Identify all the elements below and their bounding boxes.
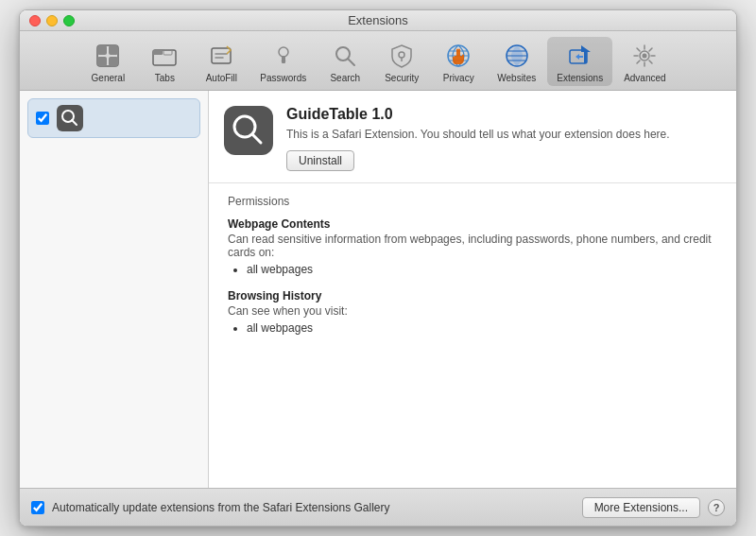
svg-line-14 [348,59,354,65]
advanced-icon [629,41,660,71]
window-title: Extensions [348,13,408,27]
toolbar-item-tabs[interactable]: Tabs [137,37,192,86]
security-icon [387,41,417,71]
titlebar: Extensions [20,10,736,31]
footer: Automatically update extensions from the… [20,488,736,526]
content-area: GuideTable 1.0 This is a Safari Extensio… [20,91,736,488]
svg-rect-1 [97,45,107,55]
traffic-lights [29,15,75,26]
extension-info: GuideTable 1.0 This is a Safari Extensio… [286,106,717,171]
toolbar-item-extensions[interactable]: Extensions [547,37,612,86]
security-label: Security [385,73,419,83]
toolbar-item-general[interactable]: General [80,37,135,86]
svg-point-15 [399,52,404,58]
permission-group-webpage: Webpage Contents Can read sensitive info… [228,217,717,276]
passwords-label: Passwords [260,73,306,83]
extensions-sidebar [20,91,209,488]
extensions-label: Extensions [557,73,603,83]
permissions-section: Permissions Webpage Contents Can read se… [209,183,736,359]
minimize-button[interactable] [46,15,58,26]
toolbar-item-privacy[interactable]: Privacy [431,37,486,86]
svg-point-28 [643,54,647,59]
websites-label: Websites [497,73,536,83]
maximize-button[interactable] [63,15,75,26]
toolbar-item-advanced[interactable]: Advanced [614,37,675,86]
svg-rect-2 [109,45,118,55]
tabs-label: Tabs [155,73,175,83]
svg-line-32 [252,134,261,143]
extension-detail-panel: GuideTable 1.0 This is a Safari Extensio… [209,91,736,488]
extension-big-icon [224,106,273,155]
privacy-label: Privacy [443,73,474,83]
search-icon [330,41,360,71]
tabs-icon [149,41,180,71]
autofill-label: AutoFill [206,73,237,83]
help-button[interactable]: ? [708,499,725,516]
extensions-icon [565,41,595,71]
permissions-title: Permissions [228,195,717,208]
main-window: Extensions General [19,9,737,527]
search-label: Search [330,73,360,83]
svg-rect-8 [212,48,231,63]
webpage-contents-desc: Can read sensitive information from webp… [228,233,717,259]
svg-line-30 [72,120,77,125]
webpage-contents-list: all webpages [228,263,717,276]
auto-update-label: Automatically update extensions from the… [52,501,575,514]
webpage-contents-heading: Webpage Contents [228,217,717,231]
webpage-contents-item-0: all webpages [247,263,717,276]
autofill-icon [206,41,236,71]
browsing-history-desc: Can see when you visit: [228,304,717,318]
svg-rect-3 [97,57,107,66]
privacy-icon [443,41,473,71]
advanced-label: Advanced [624,73,665,83]
extension-description: This is a Safari Extension. You should t… [286,127,717,143]
permission-group-history: Browsing History Can see when you visit:… [228,289,717,335]
auto-update-checkbox[interactable] [31,501,44,514]
extension-name: GuideTable 1.0 [286,106,717,123]
svg-rect-6 [153,50,163,55]
general-label: General [92,73,126,83]
extension-list-item[interactable] [27,98,200,138]
more-extensions-button[interactable]: More Extensions... [582,497,700,518]
extension-small-icon [57,105,83,131]
uninstall-button[interactable]: Uninstall [286,150,354,171]
toolbar-item-autofill[interactable]: AutoFill [194,37,249,86]
browsing-history-item-0: all webpages [247,321,717,335]
browsing-history-heading: Browsing History [228,289,717,303]
extension-header: GuideTable 1.0 This is a Safari Extensio… [209,91,736,183]
toolbar-item-passwords[interactable]: Passwords [250,37,316,86]
extension-checkbox[interactable] [36,112,49,125]
browsing-history-list: all webpages [228,321,717,335]
websites-icon [502,41,532,71]
toolbar-item-search[interactable]: Search [318,37,372,86]
general-icon [93,41,123,71]
svg-point-9 [279,47,288,57]
toolbar-item-websites[interactable]: Websites [488,37,545,86]
toolbar: General Tabs AutoFill [20,31,736,91]
svg-rect-4 [109,57,118,66]
close-button[interactable] [29,15,41,26]
toolbar-item-security[interactable]: Security [374,37,429,86]
passwords-icon [268,41,299,71]
